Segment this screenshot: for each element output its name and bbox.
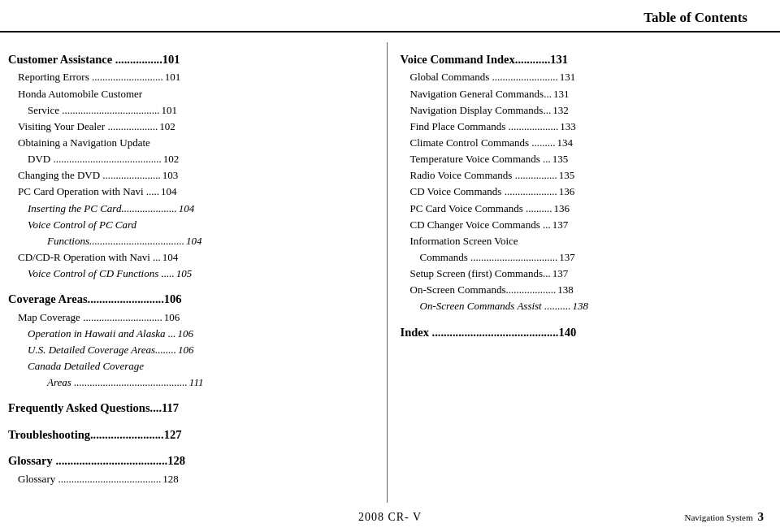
toc-entry: U.S. Detailed Coverage Areas........106 (8, 342, 380, 358)
toc-entry-page: 105 (176, 266, 193, 282)
toc-entry-label: On-Screen Commands Assist .......... (420, 298, 571, 314)
toc-entry-label: Climate Control Commands ......... (410, 135, 556, 151)
toc-section-title: Troubleshooting.........................… (8, 426, 380, 443)
toc-entry: Honda Automobile Customer (8, 86, 380, 102)
footer-model: 2008 CR- V (358, 511, 422, 524)
toc-entry-page: 136 (559, 184, 575, 200)
toc-entry: Find Place Commands ...................1… (401, 119, 773, 135)
toc-entry: Changing the DVD ......................1… (8, 167, 380, 184)
toc-entry-page: 135 (559, 167, 575, 184)
toc-section-title: Frequently Asked Questions....117 (8, 399, 380, 417)
toc-entry-page: 132 (552, 102, 569, 119)
right-column: Voice Command Index............131Global… (388, 42, 773, 503)
toc-entry-label: Obtaining a Navigation Update (18, 135, 150, 151)
toc-entry-page: 104 (179, 201, 195, 217)
toc-entry-label: DVD ....................................… (28, 151, 162, 167)
toc-entry-page: 135 (552, 151, 569, 167)
toc-title-label: Troubleshooting......................... (8, 426, 164, 443)
toc-entry-page: 131 (560, 69, 576, 85)
toc-entry-label: Global Commands ........................… (410, 69, 558, 85)
toc-title-label: Frequently Asked Questions.... (8, 399, 162, 417)
toc-entry-label: PC Card Voice Commands .......... (410, 201, 552, 217)
footer-page-number: 3 (758, 510, 765, 524)
toc-entry-label: Information Screen Voice (410, 233, 518, 249)
left-column: Customer Assistance ................101R… (8, 42, 388, 503)
toc-entry-label: Commands ...............................… (420, 249, 558, 266)
toc-entry: Map Coverage ...........................… (8, 309, 380, 326)
toc-entry-label: Glossary ...............................… (18, 471, 161, 487)
toc-entry: DVD ....................................… (8, 151, 380, 167)
toc-entry-page: 103 (162, 167, 179, 184)
toc-entry: Inserting the PC Card...................… (8, 201, 380, 217)
footer-nav-system: Navigation System (684, 513, 752, 522)
toc-entry-page: 138 (572, 298, 588, 314)
toc-section-title: Coverage Areas..........................… (8, 290, 380, 308)
toc-entry-label: Setup Screen (first) Commands... (410, 266, 551, 282)
toc-title-label: Customer Assistance ................ (8, 50, 162, 68)
toc-title-page: 117 (162, 399, 179, 417)
toc-entry-label: Navigation Display Commands... (410, 102, 552, 119)
toc-entry-label: Voice Control of CD Functions ..... (28, 266, 175, 282)
toc-entry-page: 104 (186, 233, 202, 249)
toc-entry-page: 106 (178, 342, 194, 358)
toc-entry-label: Visiting Your Dealer ................... (18, 119, 158, 135)
toc-entry: Radio Voice Commands ................135 (401, 167, 773, 184)
toc-entry: CD/CD-R Operation with Navi ...104 (8, 249, 380, 266)
toc-entry: Voice Control of PC Card (8, 217, 380, 233)
toc-entry-page: 102 (163, 151, 180, 167)
toc-entry-label: CD/CD-R Operation with Navi ... (18, 249, 161, 266)
toc-entry-label: CD Changer Voice Commands ... (410, 217, 551, 233)
toc-entry-label: Find Place Commands ................... (410, 119, 559, 135)
page-title: Table of Contents (644, 10, 748, 26)
toc-entry-label: Canada Detailed Coverage (28, 358, 144, 374)
toc-entry-label: Radio Voice Commands ................ (410, 167, 557, 184)
toc-entry-page: 104 (162, 249, 179, 266)
toc-entry-label: Temperature Voice Commands ... (410, 151, 551, 167)
toc-entry: CD Voice Commands ....................13… (401, 184, 773, 200)
toc-entry-page: 131 (553, 86, 570, 102)
toc-entry: Areas ..................................… (8, 374, 380, 391)
toc-entry-page: 102 (159, 119, 176, 135)
toc-entry-page: 111 (189, 374, 204, 391)
toc-entry-page: 136 (554, 201, 570, 217)
toc-entry-label: Areas ..................................… (47, 374, 188, 391)
toc-title-page: 131 (550, 50, 568, 68)
toc-entry: Global Commands ........................… (401, 69, 773, 85)
toc-entry-page: 106 (177, 326, 193, 342)
toc-entry-page: 101 (165, 69, 181, 85)
toc-entry-label: Service ................................… (28, 102, 159, 119)
toc-section-title: Customer Assistance ................101 (8, 50, 380, 68)
toc-entry-label: Inserting the PC Card...................… (28, 201, 177, 217)
toc-entry: Climate Control Commands .........134 (401, 135, 773, 151)
toc-entry: Voice Control of CD Functions .....105 (8, 266, 380, 282)
toc-title-page: 128 (167, 452, 185, 469)
toc-section-title: Index ..................................… (401, 323, 773, 341)
toc-entry-label: Voice Control of PC Card (28, 217, 136, 233)
toc-entry-label: On-Screen Commands................... (410, 282, 557, 298)
toc-entry: PC Card Operation with Navi .....104 (8, 184, 380, 200)
toc-entry: Reporting Errors .......................… (8, 69, 380, 85)
toc-title-label: Glossary ...............................… (8, 452, 167, 469)
toc-entry: CD Changer Voice Commands ...137 (401, 217, 773, 233)
toc-entry: Navigation Display Commands...132 (401, 102, 773, 119)
toc-entry: Functions...............................… (8, 233, 380, 249)
toc-entry-label: CD Voice Commands .................... (410, 184, 557, 200)
toc-entry-label: Map Coverage ...........................… (18, 309, 162, 326)
toc-section-title: Glossary ...............................… (8, 452, 380, 469)
toc-entry: On-Screen Commands...................138 (401, 282, 773, 298)
toc-entry-page: 101 (161, 102, 177, 119)
content-area: Customer Assistance ................101R… (0, 36, 780, 503)
toc-entry-label: Functions...............................… (47, 233, 184, 249)
toc-entry-page: 106 (164, 309, 180, 326)
toc-entry: PC Card Voice Commands ..........136 (401, 201, 773, 217)
toc-entry-label: PC Card Operation with Navi ..... (18, 184, 159, 200)
toc-entry-page: 137 (552, 217, 569, 233)
toc-entry: Visiting Your Dealer ...................… (8, 119, 380, 135)
toc-entry: Navigation General Commands...131 (401, 86, 773, 102)
toc-title-page: 106 (164, 290, 182, 308)
toc-entry: Obtaining a Navigation Update (8, 135, 380, 151)
toc-entry-label: Reporting Errors .......................… (18, 69, 163, 85)
toc-title-page: 127 (164, 426, 182, 443)
toc-entry: Temperature Voice Commands ...135 (401, 151, 773, 167)
toc-entry: Commands ...............................… (401, 249, 773, 266)
